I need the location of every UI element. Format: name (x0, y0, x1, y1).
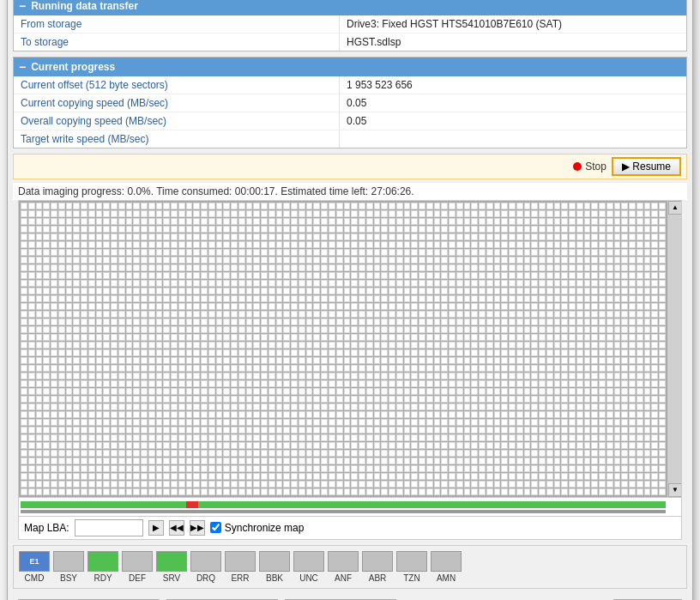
collapse-progress-icon[interactable]: − (19, 60, 26, 74)
grid-cell (561, 210, 568, 217)
grid-cell (531, 396, 538, 403)
grid-cell (81, 264, 88, 271)
grid-cell (464, 226, 471, 233)
grid-cell (208, 210, 215, 217)
grid-cell (96, 357, 103, 364)
grid-cell (374, 465, 381, 472)
grid-cell (599, 241, 606, 248)
grid-cell (291, 272, 298, 279)
grid-cell (216, 411, 223, 418)
play-button[interactable]: ▶ (148, 520, 164, 536)
grid-cell (148, 427, 155, 433)
grid-cell (381, 403, 388, 410)
grid-cell (531, 288, 538, 294)
grid-cell (606, 280, 613, 287)
grid-cell (344, 458, 351, 464)
grid-cell (637, 249, 643, 256)
grid-cell (178, 473, 185, 480)
grid-cell (246, 295, 253, 302)
grid-cell (629, 396, 636, 403)
grid-cell (554, 388, 561, 395)
grid-cell (456, 226, 463, 233)
grid-cell (88, 303, 95, 310)
grid-cell (141, 458, 148, 464)
scroll-thumb-area[interactable] (668, 215, 681, 483)
grid-cell (126, 373, 133, 379)
grid-cell (344, 403, 351, 410)
grid-cell (396, 311, 403, 318)
next-button[interactable]: ▶▶ (190, 520, 205, 536)
grid-cell (546, 311, 553, 318)
grid-cell (509, 442, 516, 449)
grid-cell (118, 295, 125, 302)
grid-cell (269, 233, 275, 240)
grid-cell (426, 288, 433, 294)
grid-cell (148, 241, 155, 248)
grid-cell (21, 373, 27, 379)
grid-cell (231, 465, 238, 472)
grid-cell (156, 218, 163, 225)
grid-cell (456, 380, 463, 387)
grid-cell (58, 349, 65, 356)
grid-cell (479, 481, 486, 488)
vertical-scrollbar[interactable]: ▲ ▼ (667, 201, 681, 497)
grid-cell (501, 373, 508, 379)
lba-input[interactable] (75, 519, 143, 536)
grid-cell (276, 442, 283, 449)
grid-cell (614, 481, 621, 488)
grid-cell (223, 249, 230, 256)
grid-cell (479, 434, 486, 441)
grid-cell (148, 458, 155, 464)
grid-cell (193, 427, 200, 433)
grid-cell (501, 318, 508, 325)
scroll-up-button[interactable]: ▲ (668, 201, 682, 215)
sync-checkbox[interactable] (210, 522, 221, 533)
grid-cell (208, 334, 215, 341)
grid-cell (629, 342, 636, 348)
grid-cell (479, 419, 486, 426)
grid-cell (96, 427, 103, 433)
grid-cell (516, 357, 523, 364)
grid-cell (509, 373, 516, 379)
grid-cell (133, 488, 140, 495)
grid-cell (494, 357, 501, 364)
grid-cell (651, 442, 658, 449)
grid-cell (464, 396, 471, 403)
grid-cell (58, 396, 65, 403)
sync-label[interactable]: Synchronize map (210, 522, 305, 534)
grid-cell (88, 280, 95, 287)
collapse-icon[interactable]: − (19, 0, 26, 13)
grid-cell (246, 226, 253, 233)
grid-cell (351, 427, 358, 433)
grid-cell (449, 450, 456, 457)
grid-cell (66, 334, 73, 341)
grid-cell (359, 218, 365, 225)
grid-cell (66, 396, 73, 403)
grid-cell (509, 264, 516, 271)
grid-cell (201, 264, 208, 271)
grid-cell (111, 303, 118, 310)
grid-cell (531, 388, 538, 395)
grid-cell (156, 249, 163, 256)
grid-cell (336, 365, 343, 372)
grid-cell (291, 349, 298, 356)
grid-cell (606, 318, 613, 325)
grid-cell (479, 257, 486, 264)
prev-button[interactable]: ◀◀ (169, 520, 184, 536)
grid-cell (291, 450, 298, 457)
grid-cell (524, 349, 531, 356)
grid-cell (419, 434, 425, 441)
grid-cell (291, 473, 298, 480)
grid-cell (156, 288, 163, 294)
grid-cell (396, 218, 403, 225)
grid-cell (299, 288, 305, 294)
grid-cell (88, 380, 95, 387)
grid-cell (381, 380, 388, 387)
grid-cell (171, 218, 178, 225)
grid-cell (411, 303, 418, 310)
grid-cell (509, 249, 516, 256)
grid-cell (291, 419, 298, 426)
resume-button[interactable]: ▶ Resume (612, 157, 681, 176)
scroll-down-button[interactable]: ▼ (668, 483, 682, 497)
grid-cell (238, 203, 245, 209)
